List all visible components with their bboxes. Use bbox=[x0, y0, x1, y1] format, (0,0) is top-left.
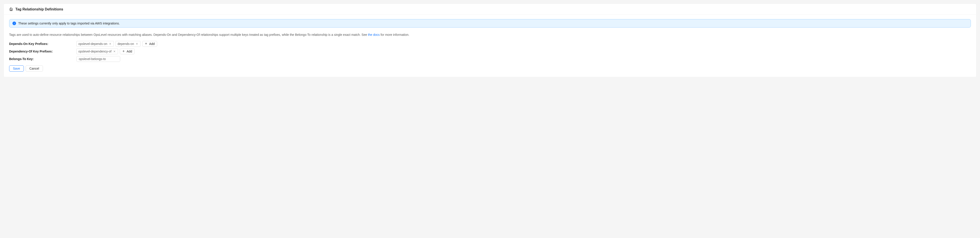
info-alert: These settings currently only apply to t… bbox=[9, 19, 971, 28]
close-icon[interactable] bbox=[135, 42, 138, 45]
svg-point-0 bbox=[14, 23, 14, 23]
chip-dependency-of-0: opslevel-dependency-of bbox=[76, 49, 118, 54]
chip-label: opslevel-dependency-of bbox=[78, 49, 111, 53]
description-text: Tags are used to auto-define resource re… bbox=[9, 32, 971, 37]
label-dependency-of: Dependency-Of Key Prefixes: bbox=[9, 49, 74, 53]
add-depends-on-button[interactable]: Add bbox=[142, 41, 157, 47]
chip-depends-on-1: depends-on bbox=[116, 41, 140, 47]
info-icon bbox=[13, 22, 16, 25]
house-ribbon-icon bbox=[9, 7, 13, 11]
close-icon[interactable] bbox=[113, 50, 116, 53]
controls-belongs-to bbox=[76, 56, 120, 62]
card-body: These settings currently only apply to t… bbox=[4, 15, 976, 77]
tag-relationship-card: Tag Relationship Definitions These setti… bbox=[3, 3, 977, 77]
row-dependency-of: Dependency-Of Key Prefixes: opslevel-dep… bbox=[9, 49, 971, 54]
docs-link[interactable]: the docs bbox=[368, 33, 380, 36]
chip-label: depends-on bbox=[118, 42, 134, 46]
actions: Save Cancel bbox=[9, 65, 971, 71]
add-label: Add bbox=[149, 42, 155, 46]
chip-depends-on-0: opslevel-depends-on bbox=[76, 41, 114, 47]
close-icon[interactable] bbox=[109, 42, 112, 45]
fields: Depends-On Key Prefixes: opslevel-depend… bbox=[9, 41, 971, 62]
controls-depends-on: opslevel-depends-on depends-on bbox=[76, 41, 157, 47]
controls-dependency-of: opslevel-dependency-of Add bbox=[76, 49, 135, 54]
save-button[interactable]: Save bbox=[9, 65, 24, 71]
add-label: Add bbox=[127, 49, 132, 53]
label-depends-on: Depends-On Key Prefixes: bbox=[9, 42, 74, 46]
label-belongs-to: Belongs-To Key: bbox=[9, 57, 74, 61]
plus-icon bbox=[122, 49, 125, 53]
row-belongs-to: Belongs-To Key: bbox=[9, 56, 971, 62]
card-header: Tag Relationship Definitions bbox=[4, 4, 976, 15]
cancel-button[interactable]: Cancel bbox=[25, 65, 43, 71]
description-post: for more information. bbox=[380, 33, 409, 36]
row-depends-on: Depends-On Key Prefixes: opslevel-depend… bbox=[9, 41, 971, 47]
belongs-to-input[interactable] bbox=[76, 56, 120, 62]
card-title: Tag Relationship Definitions bbox=[15, 7, 63, 11]
alert-text: These settings currently only apply to t… bbox=[18, 22, 120, 25]
plus-icon bbox=[145, 42, 147, 46]
add-dependency-of-button[interactable]: Add bbox=[120, 49, 135, 54]
description-pre: Tags are used to auto-define resource re… bbox=[9, 33, 368, 36]
chip-label: opslevel-depends-on bbox=[78, 42, 107, 46]
